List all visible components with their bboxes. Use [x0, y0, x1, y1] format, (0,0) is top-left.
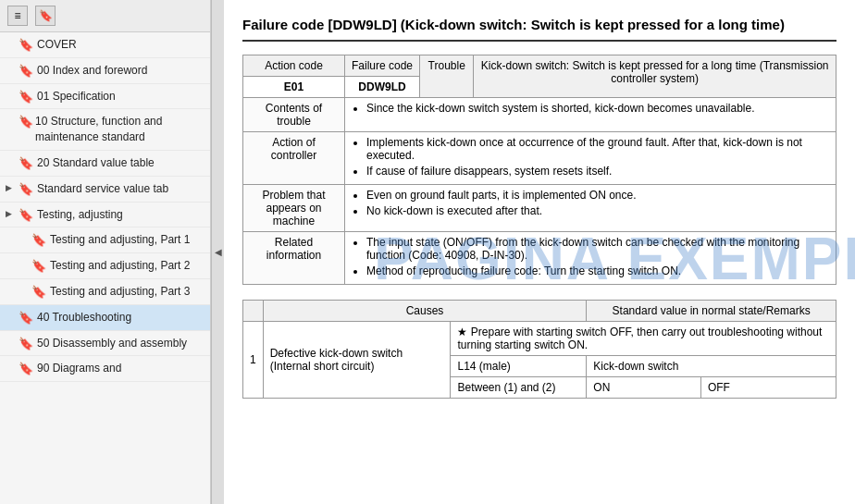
row-content: The input state (ON/OFF) from the kick-d… — [345, 232, 836, 285]
causes-col: Causes — [263, 301, 587, 322]
sidebar-item-cover[interactable]: 🔖COVER — [0, 32, 210, 58]
col-trouble: Trouble — [420, 55, 474, 98]
bookmark-icon: 🔖 — [19, 362, 33, 375]
expand-arrow-icon: ▶ — [6, 183, 15, 192]
sidebar-item-label: COVER — [37, 37, 77, 53]
sidebar-item-label: Standard service value tab — [37, 181, 168, 197]
sidebar-item-label: Testing and adjusting, Part 3 — [50, 284, 190, 300]
sidebar-item-label: 40 Troubleshooting — [37, 310, 131, 326]
sidebar-item-10-structure[interactable]: 🔖10 Structure, function and maintenance … — [0, 109, 210, 151]
bookmark-icon: 🔖 — [31, 233, 46, 247]
collapse-handle[interactable]: ◀ — [211, 0, 224, 504]
expand-arrow-icon: ▶ — [6, 209, 15, 218]
part-label: Kick-down switch — [587, 356, 836, 377]
connector-label: L14 (male) — [451, 356, 587, 377]
bookmark-icon: 🔖 — [19, 115, 31, 129]
sidebar-item-label: 20 Standard value table — [37, 155, 155, 171]
row-content: Since the kick-down switch system is sho… — [345, 98, 836, 132]
sidebar-item-label: 90 Diagrams and — [37, 361, 121, 376]
menu-icon[interactable]: ≡ — [7, 6, 28, 26]
failure-code-value: DDW9LD — [345, 77, 420, 98]
bookmark-icon: 🔖 — [19, 64, 33, 78]
list-item: The input state (ON/OFF) from the kick-d… — [366, 236, 829, 262]
prepare-note: ★ Prepare with starting switch OFF, then… — [451, 322, 836, 356]
main-content: PAGINA EXEMPLU Failure code [DDW9LD] (Ki… — [224, 0, 855, 504]
bookmark-icon: 🔖 — [31, 259, 46, 273]
list-item: Implements kick-down once at occurrence … — [366, 136, 829, 162]
sidebar: ≡ 🔖 🔖COVER🔖00 Index and foreword🔖01 Spec… — [0, 0, 211, 504]
list-item: Method of reproducing failure code: Turn… — [366, 264, 829, 277]
row-header: Action of controller — [243, 132, 345, 185]
page-title: Failure code [DDW9LD] (Kick-down switch:… — [242, 15, 836, 42]
bookmark-icon: 🔖 — [19, 311, 33, 325]
bookmark-icon: 🔖 — [19, 208, 33, 222]
sidebar-item-testing-adj-2[interactable]: 🔖Testing and adjusting, Part 2 — [0, 253, 210, 279]
sidebar-item-label: 10 Structure, function and maintenance s… — [35, 114, 203, 145]
sidebar-item-40-trouble[interactable]: 🔖40 Troubleshooting — [0, 305, 210, 331]
table-row: Action of controllerImplements kick-down… — [243, 132, 836, 185]
row-number: 1 — [243, 322, 264, 399]
list-item: If cause of failure disappears, system r… — [366, 165, 829, 178]
sidebar-toolbar: ≡ 🔖 — [0, 0, 210, 32]
list-item: Since the kick-down switch system is sho… — [366, 102, 829, 115]
cause-label: Defective kick-down switch (Internal sho… — [263, 322, 451, 399]
standard-col: Standard value in normal state/Remarks — [587, 301, 836, 322]
sidebar-item-testing-adj-3[interactable]: 🔖Testing and adjusting, Part 3 — [0, 279, 210, 305]
bookmark-icon: 🔖 — [31, 285, 46, 299]
table-row: Related informationThe input state (ON/O… — [243, 232, 836, 285]
row-content: Implements kick-down once at occurrence … — [345, 132, 836, 185]
sidebar-item-label: 50 Disassembly and assembly — [37, 336, 187, 351]
list-item: No kick-down is executed after that. — [366, 204, 829, 217]
list-item: Even on ground fault parts, it is implem… — [366, 189, 829, 202]
sidebar-item-label: Testing and adjusting, Part 2 — [50, 258, 190, 274]
table-row: Contents of troubleSince the kick-down s… — [243, 98, 836, 132]
row-header: Problem that appears on machine — [243, 185, 345, 232]
sidebar-item-00-index[interactable]: 🔖00 Index and foreword — [0, 58, 210, 84]
col-failure-code: Failure code — [345, 55, 420, 77]
sidebar-item-std-service[interactable]: ▶🔖Standard service value tab — [0, 177, 210, 203]
sidebar-nav: 🔖COVER🔖00 Index and foreword🔖01 Specific… — [0, 32, 210, 504]
causes-table: Causes Standard value in normal state/Re… — [242, 300, 836, 399]
failure-info-table: Action code Failure code Trouble Kick-do… — [242, 55, 836, 285]
sidebar-item-20-standard[interactable]: 🔖20 Standard value table — [0, 151, 210, 177]
sidebar-item-testing-adj[interactable]: ▶🔖Testing, adjusting — [0, 203, 210, 228]
causes-row: 1 Defective kick-down switch (Internal s… — [243, 322, 836, 356]
sidebar-item-label: Testing, adjusting — [37, 207, 123, 223]
sidebar-item-label: Testing and adjusting, Part 1 — [50, 232, 190, 248]
action-code-value: E01 — [243, 77, 345, 98]
bookmark-icon: 🔖 — [19, 337, 33, 350]
between-label: Between (1) and (2) — [451, 377, 587, 399]
off-state: OFF — [700, 377, 836, 399]
row-content: Even on ground fault parts, it is implem… — [345, 185, 836, 232]
sidebar-item-label: 00 Index and foreword — [37, 63, 147, 79]
sidebar-item-testing-adj-1[interactable]: 🔖Testing and adjusting, Part 1 — [0, 227, 210, 253]
row-header: Contents of trouble — [243, 98, 345, 132]
col-action-code: Action code — [243, 55, 345, 77]
bookmark-icon: 🔖 — [19, 156, 33, 170]
bookmark-icon: 🔖 — [19, 90, 33, 104]
row-header: Related information — [243, 232, 345, 285]
causes-num-col — [243, 301, 264, 322]
col-trouble-desc: Kick-down switch: Switch is kept pressed… — [474, 55, 836, 98]
sidebar-item-90-diagrams[interactable]: 🔖90 Diagrams and — [0, 356, 210, 382]
table-row: Problem that appears on machineEven on g… — [243, 185, 836, 232]
on-state: ON — [587, 377, 701, 399]
bookmark-toolbar-icon[interactable]: 🔖 — [35, 6, 56, 26]
sidebar-item-label: 01 Specification — [37, 89, 116, 104]
sidebar-item-01-spec[interactable]: 🔖01 Specification — [0, 84, 210, 110]
bookmark-icon: 🔖 — [19, 38, 33, 52]
bookmark-icon: 🔖 — [19, 182, 33, 196]
sidebar-item-50-disassembly[interactable]: 🔖50 Disassembly and assembly — [0, 331, 210, 357]
